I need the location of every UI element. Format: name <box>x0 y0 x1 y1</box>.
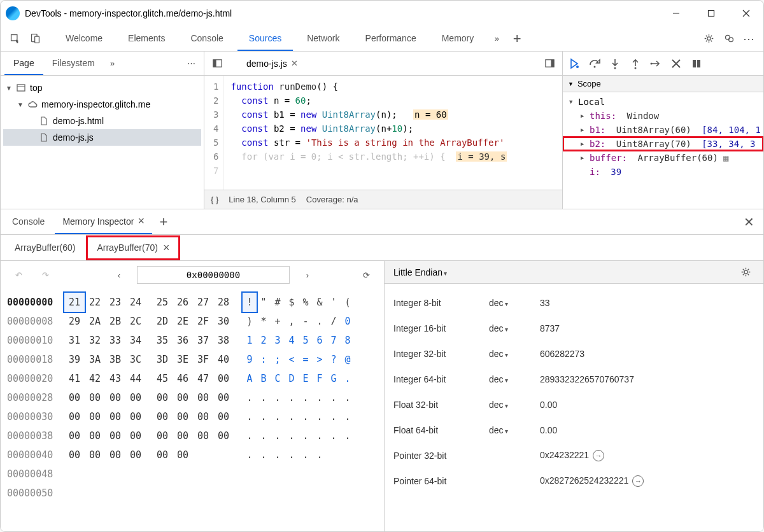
hex-byte[interactable]: 00 <box>105 445 125 465</box>
ascii-byte[interactable]: . <box>257 426 271 445</box>
window-close-button[interactable] <box>728 1 763 26</box>
ascii-byte[interactable]: . <box>299 426 313 445</box>
hex-byte[interactable]: 2A <box>85 312 105 331</box>
hex-byte[interactable]: 44 <box>125 369 146 388</box>
hex-byte[interactable]: 00 <box>64 426 85 445</box>
hex-byte[interactable]: 3B <box>105 350 125 369</box>
ascii-byte[interactable]: . <box>341 407 355 426</box>
ascii-byte[interactable]: 2 <box>257 331 271 350</box>
ascii-byte[interactable]: . <box>313 312 327 331</box>
hex-byte[interactable]: 43 <box>105 369 125 388</box>
hex-byte[interactable]: 3C <box>125 350 146 369</box>
ascii-byte[interactable]: . <box>313 426 327 445</box>
ascii-byte[interactable]: . <box>257 407 271 426</box>
hex-byte[interactable]: 47 <box>193 369 213 388</box>
ascii-byte[interactable]: . <box>243 388 257 407</box>
window-maximize-button[interactable] <box>693 1 728 26</box>
ascii-byte[interactable]: . <box>299 407 313 426</box>
ascii-byte[interactable]: # <box>271 293 285 312</box>
goto-address-icon[interactable]: → <box>632 475 644 487</box>
ascii-byte[interactable]: . <box>341 369 355 388</box>
hex-byte[interactable]: 00 <box>64 407 85 426</box>
hex-byte[interactable]: 21 <box>64 293 85 312</box>
ascii-byte[interactable]: B <box>257 369 271 388</box>
add-drawer-tab-icon[interactable]: + <box>155 213 173 231</box>
refresh-icon[interactable]: ⟳ <box>357 266 375 284</box>
tab-performance[interactable]: Performance <box>354 27 428 51</box>
ascii-byte[interactable]: 5 <box>299 331 313 350</box>
goto-address-icon[interactable]: → <box>593 450 604 461</box>
tab-network[interactable]: Network <box>295 27 351 51</box>
ascii-byte[interactable]: . <box>285 426 299 445</box>
ascii-byte[interactable]: 9 <box>243 350 257 369</box>
scope-var-this[interactable]: ▶this: Window <box>563 109 763 123</box>
ascii-byte[interactable]: ( <box>341 293 355 312</box>
navigator-menu-icon[interactable]: ⋯ <box>182 55 200 73</box>
ascii-byte[interactable]: . <box>341 388 355 407</box>
value-format-select[interactable]: dec▾ <box>489 400 540 410</box>
hex-byte[interactable]: 00 <box>105 426 125 445</box>
ascii-byte[interactable]: . <box>299 388 313 407</box>
close-file-tab-icon[interactable]: ✕ <box>291 59 298 68</box>
hex-byte[interactable]: 46 <box>173 369 193 388</box>
hex-byte[interactable]: 00 <box>152 445 173 465</box>
ascii-byte[interactable]: . <box>243 445 257 465</box>
hex-byte[interactable]: 00 <box>193 407 213 426</box>
ascii-byte[interactable]: . <box>327 407 341 426</box>
ascii-byte[interactable]: . <box>243 426 257 445</box>
scope-var-b2[interactable]: ▶b2: Uint8Array(70) [33, 34, 3 <box>563 137 763 151</box>
ascii-byte[interactable]: : <box>257 350 271 369</box>
endianness-select[interactable]: Little Endian▾ <box>393 267 447 277</box>
ascii-byte[interactable]: " <box>257 293 271 312</box>
address-input[interactable] <box>137 266 290 284</box>
toggle-navigator-icon[interactable] <box>208 55 226 73</box>
buffer-tab-0[interactable]: ArrayBuffer(60) <box>6 239 84 256</box>
navigator-tab-page[interactable]: Page <box>4 52 43 75</box>
hex-byte[interactable]: 26 <box>173 293 193 312</box>
ascii-byte[interactable]: 1 <box>243 331 257 350</box>
more-tabs-icon[interactable]: » <box>488 30 506 48</box>
ascii-byte[interactable]: $ <box>285 293 299 312</box>
close-drawer-tab-icon[interactable]: × <box>138 214 145 228</box>
settings-gear-icon[interactable] <box>700 30 718 48</box>
ascii-byte[interactable]: . <box>313 388 327 407</box>
hex-byte[interactable]: 00 <box>64 445 85 465</box>
hex-byte[interactable]: 25 <box>152 293 173 312</box>
hex-byte[interactable]: 32 <box>85 331 105 350</box>
scope-var-i[interactable]: i: 39 <box>563 165 763 179</box>
hex-byte[interactable]: 27 <box>193 293 213 312</box>
hex-byte[interactable]: 00 <box>173 407 193 426</box>
hex-byte[interactable]: 3A <box>85 350 105 369</box>
hex-byte[interactable]: 24 <box>125 293 146 312</box>
add-tab-icon[interactable]: + <box>508 30 526 48</box>
hex-byte[interactable]: 40 <box>213 350 234 369</box>
resume-icon[interactable] <box>568 57 581 70</box>
hex-grid[interactable]: 000000002122232425262728!"#$%&'(00000008… <box>1 289 384 531</box>
ascii-byte[interactable]: - <box>299 312 313 331</box>
hex-byte[interactable]: 00 <box>64 388 85 407</box>
hex-byte[interactable]: 00 <box>85 445 105 465</box>
hex-byte[interactable]: 2F <box>193 312 213 331</box>
inspect-element-icon[interactable] <box>6 30 24 48</box>
hex-byte[interactable]: 3D <box>152 350 173 369</box>
hex-byte[interactable]: 37 <box>193 331 213 350</box>
ascii-byte[interactable]: C <box>271 369 285 388</box>
pause-exceptions-icon[interactable] <box>690 57 703 70</box>
ascii-byte[interactable]: @ <box>341 350 355 369</box>
hex-byte[interactable]: 2E <box>173 312 193 331</box>
hex-byte[interactable]: 29 <box>64 312 85 331</box>
ascii-byte[interactable]: . <box>271 407 285 426</box>
hex-byte[interactable]: 00 <box>85 388 105 407</box>
feedback-icon[interactable] <box>720 30 738 48</box>
device-toggle-icon[interactable] <box>26 30 44 48</box>
ascii-byte[interactable]: 8 <box>341 331 355 350</box>
drawer-tab-memory-inspector[interactable]: Memory Inspector × <box>55 210 152 234</box>
hex-byte[interactable]: 38 <box>213 331 234 350</box>
hex-byte[interactable]: 00 <box>152 388 173 407</box>
hex-byte[interactable]: 00 <box>173 388 193 407</box>
hex-byte[interactable]: 00 <box>125 445 146 465</box>
ascii-byte[interactable]: . <box>313 445 327 465</box>
value-format-select[interactable]: dec▾ <box>489 425 540 435</box>
ascii-byte[interactable]: = <box>299 350 313 369</box>
hex-byte[interactable] <box>193 445 213 465</box>
